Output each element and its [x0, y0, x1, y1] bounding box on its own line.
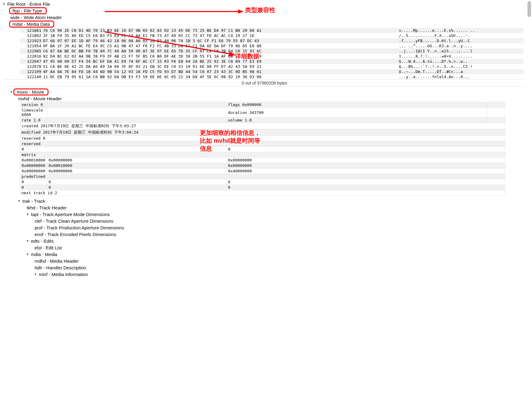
chevron-down-icon[interactable]: ▼	[9, 90, 13, 94]
edts-row[interactable]: ▼ edts - Edits	[2, 238, 532, 244]
hex-row[interactable]: 121985C6 87 6A BE DC BB F0 7B 40 7C 49 A…	[20, 48, 524, 54]
file-root-label: File Root - Entire File	[6, 2, 51, 7]
ftyp-highlight: ftyp - File Type	[9, 7, 47, 14]
minf-row[interactable]: ▼ minf - Media Information	[2, 271, 532, 278]
chevron-down-icon[interactable]: ▼	[33, 272, 38, 276]
enof-row[interactable]: enof - Track Encoded Pixels Dimensions	[2, 231, 532, 238]
chevron-down-icon[interactable]: ▼	[17, 199, 21, 203]
trak-row[interactable]: ▼ trak - Track	[2, 198, 532, 204]
tkhd-row[interactable]: tkhd - Track Header	[2, 204, 532, 211]
clef-row[interactable]: clef - Track Clean Aperture Dimensions	[2, 218, 532, 224]
hex-row[interactable]: 12186176 C6 90 2E C8 D1 4D 70 13 B3 8E 1…	[20, 28, 524, 33]
vertical-scrollbar[interactable]	[527, 1, 531, 219]
chevron-down-icon[interactable]: ▼	[25, 212, 30, 216]
mdhd-row[interactable]: mdhd - Media Header	[2, 258, 532, 264]
mvhd-properties-grid: version 0flags 0x000000 timescale 6000du…	[20, 102, 505, 196]
scrollbar-thumb[interactable]	[527, 1, 531, 17]
tapt-row[interactable]: ▼ tapt - Track Aperture Mode Dimensions	[2, 211, 532, 218]
chevron-down-icon[interactable]: ▼	[25, 239, 30, 243]
hex-status-bar: 0 out of 97960206 bytes	[4, 79, 525, 87]
hex-row[interactable]: 1219540F BA 1F 20 A2 BC FE E4 9C C5 A1 0…	[20, 43, 524, 48]
file-root-row[interactable]: ▼ File Root - Entire File	[2, 1, 532, 7]
mdia-row[interactable]: ▼ mdia - Media	[2, 251, 532, 258]
wide-row[interactable]: wide - Wide Atom Header	[2, 14, 532, 21]
hex-row[interactable]: 12207851 CA BE 8E 42 25 DA A6 A9 3A 60 3…	[20, 64, 524, 69]
chevron-down-icon[interactable]: ▼	[2, 2, 6, 6]
mvhd-row[interactable]: mvhd - Movie Header	[2, 95, 532, 102]
mdat-highlight: mdat - Media Data	[9, 21, 54, 28]
atom-tree: ▼ File Root - Entire File ftyp - File Ty…	[0, 0, 532, 278]
ftyp-row[interactable]: ftyp - File Type	[2, 7, 532, 14]
hex-dump-table: 12186176 C6 90 2E C8 D1 4D 70 13 B3 8E 1…	[20, 28, 524, 79]
elst-row[interactable]: elst - Edit List	[2, 244, 532, 251]
hdlr-row[interactable]: hdlr - Handler Description	[2, 264, 532, 271]
moov-highlight: moov - Movie	[13, 88, 49, 95]
hex-row[interactable]: 12201682 D4 BC E2 02 AA 0B 38 F9 3F AB 2…	[20, 54, 524, 59]
mdat-row[interactable]: mdat - Media Data	[2, 21, 532, 27]
app-root: { "tree": { "file_root": "File Root - En…	[0, 0, 532, 406]
hex-row[interactable]: 12214011 DC EB 79 05 61 1A C6 BB 92 D8 D…	[20, 74, 524, 79]
hex-row[interactable]: 1221094F A4 8A 7E 84 FD 1B 44 6D 0B 54 1…	[20, 69, 524, 74]
moov-row[interactable]: ▼ moov - Movie	[2, 88, 532, 95]
hex-row[interactable]: 121923D7 66 97 07 EE 1D AF 79 46 42 18 9…	[20, 38, 524, 43]
prof-row[interactable]: prof - Track Production Aperture Dimensi…	[2, 224, 532, 231]
hex-row[interactable]: 1218922F 1B F0 35 80 ED C5 E6 B3 F5 E0 F…	[20, 33, 524, 38]
chevron-down-icon[interactable]: ▼	[25, 252, 30, 256]
hex-row[interactable]: 12204747 95 88 00 57 F4 34 BC EF DA 41 E…	[20, 59, 524, 64]
